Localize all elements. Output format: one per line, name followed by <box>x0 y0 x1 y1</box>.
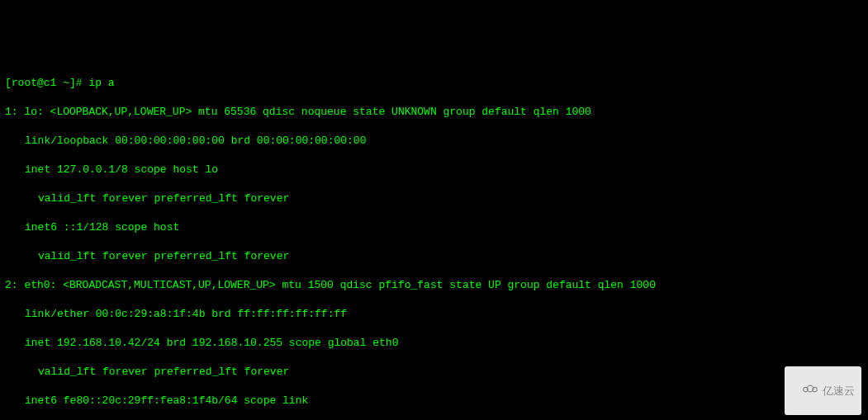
cloud-icon <box>790 369 819 413</box>
iface-lo-valid2: valid_lft forever preferred_lft forever <box>38 249 863 264</box>
iface-eth0-valid1: valid_lft forever preferred_lft forever <box>38 365 863 380</box>
prompt-line[interactable]: [root@c1 ~]# ip a <box>5 76 863 91</box>
iface-lo-inet6: inet6 ::1/128 scope host <box>25 220 863 235</box>
iface-lo-header: 1: lo: <LOOPBACK,UP,LOWER_UP> mtu 65536 … <box>5 105 863 120</box>
iface-lo-link: link/loopback 00:00:00:00:00:00 brd 00:0… <box>25 134 863 149</box>
watermark-text: 亿速云 <box>823 384 855 399</box>
iface-eth0-header: 2: eth0: <BROADCAST,MULTICAST,UP,LOWER_U… <box>5 278 863 293</box>
watermark-badge: 亿速云 <box>785 366 861 416</box>
iface-eth0-link: link/ether 00:0c:29:a8:1f:4b brd ff:ff:f… <box>25 307 863 322</box>
iface-eth0-inet: inet 192.168.10.42/24 brd 192.168.10.255… <box>25 336 863 351</box>
terminal-output: [root@c1 ~]# ip a 1: lo: <LOOPBACK,UP,LO… <box>5 61 863 420</box>
iface-eth0-inet6: inet6 fe80::20c:29ff:fea8:1f4b/64 scope … <box>25 394 863 408</box>
iface-lo-valid1: valid_lft forever preferred_lft forever <box>38 191 863 206</box>
iface-lo-inet: inet 127.0.0.1/8 scope host lo <box>25 163 863 177</box>
